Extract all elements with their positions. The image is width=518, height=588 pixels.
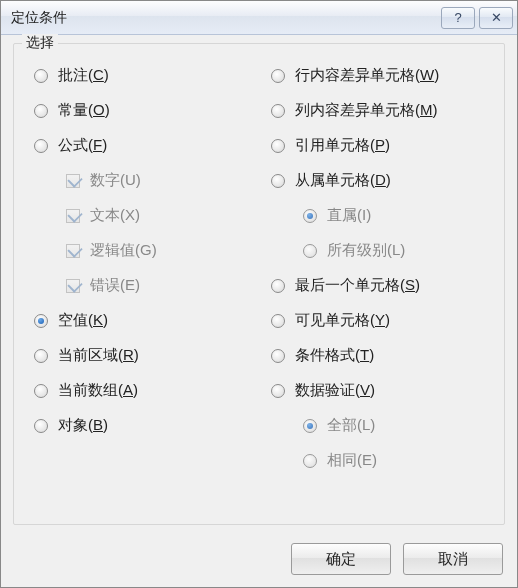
button-bar: 确定 取消 [291, 543, 503, 575]
fieldset-legend: 选择 [22, 34, 58, 52]
radio-icon [271, 104, 285, 118]
option-label: 直属(I) [327, 206, 371, 225]
radio-icon [34, 349, 48, 363]
checkbox-icon [66, 244, 80, 258]
option-label: 公式(F) [58, 136, 107, 155]
option-label: 当前区域(R) [58, 346, 139, 365]
radio-icon [303, 244, 317, 258]
select-fieldset: 选择 批注(C)常量(O)公式(F)数字(U)文本(X)逻辑值(G)错误(E)空… [13, 43, 505, 525]
radio-icon [303, 209, 317, 223]
right-column: 行内容差异单元格(W)列内容差异单元格(M)引用单元格(P)从属单元格(D)直属… [259, 58, 496, 510]
radio-icon [271, 279, 285, 293]
radio-option: 直属(I) [259, 198, 496, 233]
option-label: 逻辑值(G) [90, 241, 157, 260]
option-label: 数据验证(V) [295, 381, 375, 400]
option-label: 相同(E) [327, 451, 377, 470]
checkbox-icon [66, 174, 80, 188]
checkbox-option: 逻辑值(G) [22, 233, 259, 268]
radio-option: 全部(L) [259, 408, 496, 443]
radio-option[interactable]: 对象(B) [22, 408, 259, 443]
dialog-title: 定位条件 [11, 9, 441, 27]
close-icon: ✕ [491, 10, 502, 25]
dialog-content: 选择 批注(C)常量(O)公式(F)数字(U)文本(X)逻辑值(G)错误(E)空… [1, 35, 517, 587]
option-label: 全部(L) [327, 416, 375, 435]
radio-icon [271, 384, 285, 398]
radio-option[interactable]: 列内容差异单元格(M) [259, 93, 496, 128]
option-label: 最后一个单元格(S) [295, 276, 420, 295]
radio-icon [271, 314, 285, 328]
titlebar: 定位条件 ? ✕ [1, 1, 517, 35]
option-label: 所有级别(L) [327, 241, 405, 260]
cancel-button[interactable]: 取消 [403, 543, 503, 575]
radio-icon [271, 139, 285, 153]
radio-icon [34, 104, 48, 118]
left-column: 批注(C)常量(O)公式(F)数字(U)文本(X)逻辑值(G)错误(E)空值(K… [22, 58, 259, 510]
radio-icon [303, 419, 317, 433]
option-label: 列内容差异单元格(M) [295, 101, 438, 120]
radio-icon [271, 174, 285, 188]
option-label: 错误(E) [90, 276, 140, 295]
radio-icon [271, 69, 285, 83]
radio-icon [303, 454, 317, 468]
option-label: 当前数组(A) [58, 381, 138, 400]
checkbox-option: 文本(X) [22, 198, 259, 233]
radio-option[interactable]: 引用单元格(P) [259, 128, 496, 163]
option-label: 批注(C) [58, 66, 109, 85]
radio-icon [34, 139, 48, 153]
radio-option[interactable]: 当前区域(R) [22, 338, 259, 373]
radio-option: 所有级别(L) [259, 233, 496, 268]
checkbox-icon [66, 279, 80, 293]
radio-option[interactable]: 最后一个单元格(S) [259, 268, 496, 303]
radio-icon [34, 384, 48, 398]
radio-icon [34, 419, 48, 433]
radio-option[interactable]: 空值(K) [22, 303, 259, 338]
option-label: 可见单元格(Y) [295, 311, 390, 330]
option-label: 空值(K) [58, 311, 108, 330]
checkbox-option: 错误(E) [22, 268, 259, 303]
ok-button[interactable]: 确定 [291, 543, 391, 575]
titlebar-buttons: ? ✕ [441, 7, 513, 29]
radio-option[interactable]: 常量(O) [22, 93, 259, 128]
help-icon: ? [454, 10, 461, 25]
radio-option[interactable]: 可见单元格(Y) [259, 303, 496, 338]
checkbox-option: 数字(U) [22, 163, 259, 198]
radio-option[interactable]: 从属单元格(D) [259, 163, 496, 198]
radio-option[interactable]: 公式(F) [22, 128, 259, 163]
option-label: 对象(B) [58, 416, 108, 435]
close-button[interactable]: ✕ [479, 7, 513, 29]
radio-icon [34, 314, 48, 328]
option-label: 数字(U) [90, 171, 141, 190]
option-label: 行内容差异单元格(W) [295, 66, 439, 85]
radio-icon [271, 349, 285, 363]
radio-option[interactable]: 行内容差异单元格(W) [259, 58, 496, 93]
help-button[interactable]: ? [441, 7, 475, 29]
option-label: 文本(X) [90, 206, 140, 225]
option-label: 条件格式(T) [295, 346, 374, 365]
option-label: 引用单元格(P) [295, 136, 390, 155]
radio-option[interactable]: 批注(C) [22, 58, 259, 93]
option-label: 从属单元格(D) [295, 171, 391, 190]
radio-option[interactable]: 数据验证(V) [259, 373, 496, 408]
radio-option: 相同(E) [259, 443, 496, 478]
radio-icon [34, 69, 48, 83]
radio-option[interactable]: 当前数组(A) [22, 373, 259, 408]
radio-option[interactable]: 条件格式(T) [259, 338, 496, 373]
option-label: 常量(O) [58, 101, 110, 120]
goto-special-dialog: 定位条件 ? ✕ 选择 批注(C)常量(O)公式(F)数字(U)文本(X)逻辑值… [0, 0, 518, 588]
checkbox-icon [66, 209, 80, 223]
